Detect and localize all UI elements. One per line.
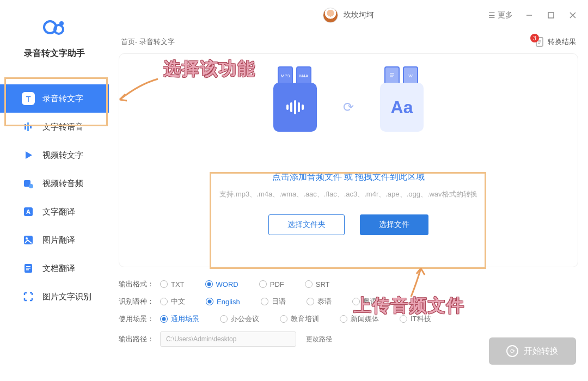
doc-file-icon	[384, 66, 400, 85]
header: 坎坎坷坷 ☰ 更多	[109, 0, 588, 30]
svg-rect-17	[548, 13, 554, 18]
radio-scene-edu[interactable]: 教育培训	[280, 314, 319, 324]
svg-rect-14	[26, 268, 30, 269]
svg-rect-13	[26, 266, 30, 267]
scene-group: 通用场景 办公会议 教育培训 新闻媒体 IT科技	[160, 314, 431, 324]
text-t-icon: T	[22, 92, 35, 105]
audio-block-icon	[273, 83, 317, 132]
illustration: MP3 M4A ⟳ W Aa	[129, 64, 568, 151]
text-block-icon: Aa	[380, 83, 424, 132]
more-label: 更多	[498, 10, 513, 20]
nav-label: 视频转音频	[42, 179, 83, 189]
maximize-button[interactable]	[540, 4, 562, 26]
convert-result-link[interactable]: 3 转换结果	[535, 37, 576, 47]
app-logo-icon	[42, 15, 66, 39]
app-name: 录音转文字助手	[0, 48, 109, 59]
drop-title: 点击添加音频文件 或 拖拽文件到此区域	[129, 171, 568, 183]
radio-txt[interactable]: TXT	[160, 280, 185, 288]
scene-label: 使用场景：	[119, 314, 160, 324]
select-folder-button[interactable]: 选择文件夹	[268, 214, 345, 235]
nav-item-doc-translate[interactable]: 文档翻译	[0, 254, 109, 282]
output-format-label: 输出格式：	[119, 279, 160, 289]
result-badge: 3	[530, 34, 539, 42]
radio-scene-meeting[interactable]: 办公会议	[220, 314, 259, 324]
settings: 输出格式： TXT WORD PDF SRT 识别语种： 中文 English …	[119, 279, 578, 347]
waveform-icon	[286, 100, 304, 114]
nav-item-image-translate[interactable]: 图片翻译	[0, 226, 109, 254]
radio-pdf[interactable]: PDF	[259, 280, 284, 288]
hamburger-icon: ☰	[488, 11, 495, 20]
radio-scene-news[interactable]: 新闻媒体	[340, 314, 379, 324]
svg-point-2	[59, 21, 64, 26]
nav-label: 图片文字识别	[42, 292, 91, 302]
nav-item-video-to-text[interactable]: 视频转文字	[0, 141, 109, 169]
start-label: 开始转换	[524, 346, 559, 357]
radio-word[interactable]: WORD	[205, 280, 238, 288]
nav-item-text-translate[interactable]: A 文字翻译	[0, 198, 109, 226]
doc-translate-icon	[22, 262, 35, 275]
change-path-link[interactable]: 更改路径	[306, 335, 332, 344]
nav-item-text-to-speech[interactable]: 文字转语音	[0, 113, 109, 141]
select-file-button[interactable]: 选择文件	[360, 214, 428, 235]
user-box[interactable]: 坎坎坷坷	[323, 8, 374, 23]
drop-subtitle: 支持.mp3、.m4a、.wma、.aac、.flac、.ac3、.m4r、.a…	[129, 189, 568, 199]
start-convert-button[interactable]: ⟳ 开始转换	[489, 337, 576, 365]
radio-scene-general[interactable]: 通用场景	[160, 314, 199, 324]
sidebar: 录音转文字助手 T 录音转文字 文字转语音 视频转文字 视频转音频 A	[0, 0, 109, 381]
panel: MP3 M4A ⟳ W Aa 点击	[119, 53, 578, 267]
more-button[interactable]: ☰ 更多	[483, 4, 518, 26]
radio-scene-it[interactable]: IT科技	[400, 314, 431, 324]
sync-icon: ⟳	[339, 97, 358, 117]
nav-label: 图片翻译	[42, 235, 75, 245]
close-button[interactable]	[562, 4, 584, 26]
lang-label: 识别语种：	[119, 297, 160, 306]
radio-th[interactable]: 泰语	[307, 297, 332, 306]
svg-rect-15	[26, 269, 29, 271]
ocr-icon	[22, 290, 35, 303]
aa-icon: Aa	[391, 97, 413, 118]
radio-srt[interactable]: SRT	[305, 280, 330, 288]
nav-item-ocr[interactable]: 图片文字识别	[0, 282, 109, 311]
mp3-file-icon: MP3	[278, 66, 293, 85]
svg-rect-24	[389, 72, 395, 79]
nav: T 录音转文字 文字转语音 视频转文字 视频转音频 A 文字翻译	[0, 84, 109, 311]
radio-en[interactable]: English	[206, 298, 240, 306]
svg-rect-4	[27, 122, 29, 131]
svg-text:A: A	[26, 208, 30, 215]
svg-rect-5	[30, 125, 32, 128]
avatar-icon	[323, 8, 338, 23]
drop-zone[interactable]: 点击添加音频文件 或 拖拽文件到此区域 支持.mp3、.m4a、.wma、.aa…	[129, 155, 568, 254]
nav-label: 文字翻译	[42, 207, 75, 217]
output-path-input[interactable]	[160, 331, 296, 347]
speech-icon	[22, 120, 35, 133]
output-format-group: TXT WORD PDF SRT	[160, 280, 330, 288]
svg-point-11	[26, 237, 28, 239]
convert-icon: ⟳	[506, 345, 518, 357]
radio-jp[interactable]: 日语	[261, 297, 286, 306]
image-translate-icon	[22, 233, 35, 247]
video-audio-icon	[22, 177, 35, 190]
main: 首页- 录音转文字 3 转换结果 MP3 M4A ⟳	[109, 30, 588, 381]
svg-rect-3	[24, 124, 26, 130]
breadcrumb: 首页- 录音转文字	[121, 37, 175, 47]
nav-label: 视频转文字	[42, 150, 83, 161]
radio-zh[interactable]: 中文	[160, 297, 185, 306]
path-label: 输出路径：	[119, 334, 160, 344]
word-file-icon: W	[403, 66, 418, 85]
username: 坎坎坷坷	[344, 10, 374, 20]
logo-box: 录音转文字助手	[0, 0, 109, 64]
m4a-file-icon: M4A	[296, 66, 311, 85]
lang-group: 中文 English 日语 泰语 粤语	[160, 297, 377, 306]
minimize-button[interactable]	[518, 4, 540, 26]
radio-yue[interactable]: 粤语	[352, 297, 377, 306]
nav-item-audio-to-text[interactable]: T 录音转文字	[0, 84, 109, 113]
result-label: 转换结果	[548, 37, 576, 47]
nav-item-video-to-audio[interactable]: 视频转音频	[0, 169, 109, 198]
nav-label: 文字转语音	[42, 122, 83, 132]
svg-point-7	[29, 184, 33, 188]
nav-label: 录音转文字	[42, 94, 83, 104]
translate-a-icon: A	[22, 205, 35, 218]
nav-label: 文档翻译	[42, 263, 75, 274]
play-icon	[22, 149, 35, 162]
